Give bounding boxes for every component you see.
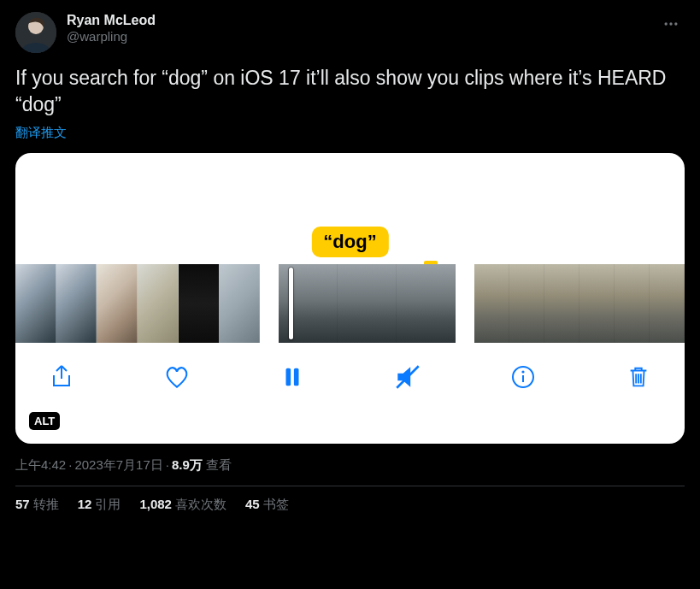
clip-frame bbox=[650, 264, 685, 343]
post-time[interactable]: 上午4:42 bbox=[15, 457, 66, 472]
retweets-stat[interactable]: 57转推 bbox=[15, 497, 59, 513]
share-icon[interactable] bbox=[44, 360, 79, 394]
svg-rect-6 bbox=[294, 368, 299, 386]
tweet-meta: 上午4:42·2023年7月17日·8.9万 查看 bbox=[15, 457, 685, 474]
media-toolbar bbox=[15, 343, 685, 394]
clip-frame bbox=[338, 264, 397, 343]
retweets-count: 57 bbox=[15, 497, 30, 511]
svg-point-2 bbox=[665, 22, 668, 25]
clip-frame bbox=[138, 264, 179, 343]
bookmarks-label: 书签 bbox=[263, 497, 289, 511]
tweet-stats: 57转推 12引用 1,082喜欢次数 45书签 bbox=[15, 497, 685, 513]
divider bbox=[15, 486, 685, 486]
clip-frame bbox=[179, 264, 220, 343]
handle[interactable]: @warpling bbox=[67, 29, 647, 45]
quotes-label: 引用 bbox=[95, 497, 121, 511]
likes-count: 1,082 bbox=[139, 497, 172, 511]
heart-icon[interactable] bbox=[160, 360, 194, 394]
quotes-count: 12 bbox=[78, 497, 92, 511]
clip-group[interactable] bbox=[279, 264, 456, 343]
clip-group[interactable] bbox=[474, 264, 685, 343]
avatar[interactable] bbox=[15, 12, 56, 53]
translate-link[interactable]: 翻译推文 bbox=[15, 125, 685, 141]
clip-frame bbox=[544, 264, 579, 343]
svg-point-9 bbox=[521, 370, 524, 373]
tweet: Ryan McLeod @warpling If you search for … bbox=[0, 0, 700, 513]
trash-icon[interactable] bbox=[621, 360, 656, 394]
clip-frame bbox=[97, 264, 138, 343]
tweet-header: Ryan McLeod @warpling bbox=[15, 12, 685, 53]
quotes-stat[interactable]: 12引用 bbox=[78, 497, 121, 513]
svg-rect-5 bbox=[286, 368, 291, 386]
author-names: Ryan McLeod @warpling bbox=[67, 12, 647, 45]
video-timeline[interactable] bbox=[15, 264, 685, 343]
views-label: 查看 bbox=[206, 457, 232, 472]
likes-label: 喜欢次数 bbox=[175, 497, 226, 511]
playhead[interactable] bbox=[289, 268, 293, 339]
bookmarks-count: 45 bbox=[245, 497, 260, 511]
clip-frame bbox=[509, 264, 544, 343]
bookmarks-stat[interactable]: 45书签 bbox=[245, 497, 289, 513]
clip-frame bbox=[279, 264, 338, 343]
info-icon[interactable] bbox=[506, 360, 540, 394]
clip-frame bbox=[474, 264, 509, 343]
clip-frame bbox=[219, 264, 260, 343]
clip-frame bbox=[56, 264, 97, 343]
media-top: “dog” bbox=[15, 153, 685, 264]
clip-frame bbox=[15, 264, 56, 343]
tweet-text: If you search for “dog” on iOS 17 it’ll … bbox=[15, 65, 685, 118]
more-button[interactable] bbox=[657, 12, 685, 40]
clip-group[interactable] bbox=[15, 264, 260, 343]
post-date[interactable]: 2023年7月17日 bbox=[74, 457, 162, 472]
search-tag: “dog” bbox=[311, 227, 388, 257]
retweets-label: 转推 bbox=[33, 497, 59, 511]
alt-badge[interactable]: ALT bbox=[29, 412, 60, 430]
clip-frame bbox=[579, 264, 615, 343]
svg-point-3 bbox=[669, 22, 672, 25]
views-count[interactable]: 8.9万 bbox=[172, 457, 203, 472]
svg-point-4 bbox=[674, 22, 677, 25]
likes-stat[interactable]: 1,082喜欢次数 bbox=[139, 497, 226, 513]
clip-frame bbox=[397, 264, 456, 343]
mute-icon[interactable] bbox=[391, 360, 425, 394]
media-card[interactable]: “dog” bbox=[15, 153, 685, 444]
display-name[interactable]: Ryan McLeod bbox=[67, 12, 647, 29]
pause-icon[interactable] bbox=[275, 360, 309, 394]
clip-frame bbox=[615, 264, 650, 343]
